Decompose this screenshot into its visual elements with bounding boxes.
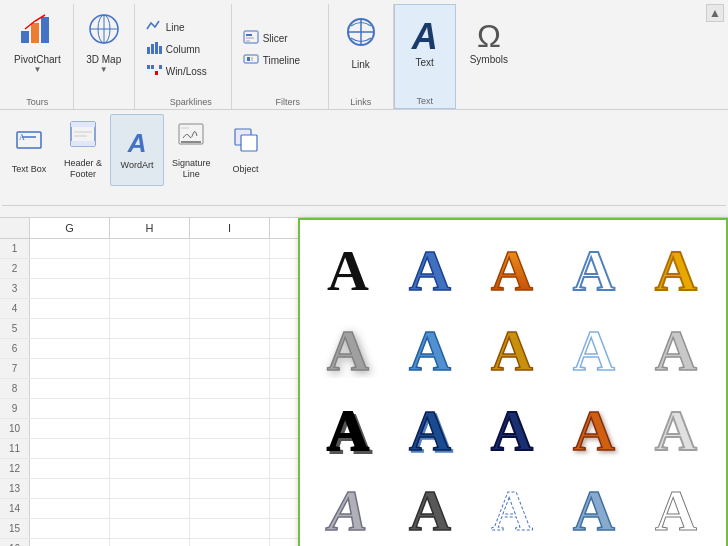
cell-i1[interactable] bbox=[190, 239, 270, 258]
svg-rect-20 bbox=[247, 57, 250, 61]
textbox-button[interactable]: A Text Box bbox=[2, 114, 56, 186]
cell-h5[interactable] bbox=[110, 319, 190, 338]
link-button[interactable]: Link bbox=[337, 6, 385, 78]
headerfooter-label: Header &Footer bbox=[64, 158, 102, 180]
cell-i13[interactable] bbox=[190, 479, 270, 498]
wordart-style-item[interactable]: A bbox=[312, 312, 384, 384]
wordart-style-item[interactable]: A bbox=[394, 472, 466, 544]
cell-h15[interactable] bbox=[110, 519, 190, 538]
cell-h9[interactable] bbox=[110, 399, 190, 418]
cell-i14[interactable] bbox=[190, 499, 270, 518]
cell-g13[interactable] bbox=[30, 479, 110, 498]
cell-i15[interactable] bbox=[190, 519, 270, 538]
cell-g8[interactable] bbox=[30, 379, 110, 398]
wordart-style-item[interactable]: A bbox=[558, 472, 630, 544]
cell-i9[interactable] bbox=[190, 399, 270, 418]
pivotchart-chevron: ▼ bbox=[33, 65, 41, 74]
cell-g9[interactable] bbox=[30, 399, 110, 418]
sparkline-winloss-button[interactable]: Win/Loss bbox=[143, 62, 223, 82]
svg-text:A: A bbox=[326, 478, 368, 538]
slicer-button[interactable]: Slicer bbox=[240, 29, 320, 49]
wordart-style-item[interactable]: A bbox=[312, 392, 384, 464]
svg-text:A: A bbox=[409, 318, 451, 378]
cell-g6[interactable] bbox=[30, 339, 110, 358]
cell-i12[interactable] bbox=[190, 459, 270, 478]
timeline-button[interactable]: Timeline bbox=[240, 51, 320, 71]
cell-g14[interactable] bbox=[30, 499, 110, 518]
cell-i3[interactable] bbox=[190, 279, 270, 298]
cell-i16[interactable] bbox=[190, 539, 270, 546]
cell-h14[interactable] bbox=[110, 499, 190, 518]
wordart-panel: A A A A A A A A A A A A A A A bbox=[298, 218, 728, 546]
cell-g12[interactable] bbox=[30, 459, 110, 478]
3dmap-icon bbox=[86, 11, 122, 52]
row-number: 15 bbox=[0, 519, 30, 538]
cell-h12[interactable] bbox=[110, 459, 190, 478]
row-number: 13 bbox=[0, 479, 30, 498]
object-button[interactable]: Object bbox=[219, 114, 273, 186]
cell-h11[interactable] bbox=[110, 439, 190, 458]
cell-g11[interactable] bbox=[30, 439, 110, 458]
headerfooter-button[interactable]: Header &Footer bbox=[56, 114, 110, 186]
svg-rect-9 bbox=[155, 42, 158, 54]
sparkline-line-button[interactable]: Line bbox=[143, 18, 223, 38]
cell-i10[interactable] bbox=[190, 419, 270, 438]
wordart-style-item[interactable]: A bbox=[394, 392, 466, 464]
signature-icon bbox=[177, 120, 205, 154]
text-button[interactable]: A Text bbox=[403, 7, 447, 79]
wordart-style-item[interactable]: A bbox=[640, 472, 712, 544]
cell-g1[interactable] bbox=[30, 239, 110, 258]
cell-i6[interactable] bbox=[190, 339, 270, 358]
wordart-style-item[interactable]: A bbox=[476, 312, 548, 384]
wordart-style-item[interactable]: A bbox=[394, 232, 466, 304]
cell-h13[interactable] bbox=[110, 479, 190, 498]
wordart-style-item[interactable]: A bbox=[558, 312, 630, 384]
cell-g3[interactable] bbox=[30, 279, 110, 298]
wordart-style-item[interactable]: A bbox=[558, 392, 630, 464]
wordart-style-item[interactable]: A bbox=[476, 232, 548, 304]
cell-h6[interactable] bbox=[110, 339, 190, 358]
cell-h2[interactable] bbox=[110, 259, 190, 278]
wordart-style-item[interactable]: A bbox=[558, 232, 630, 304]
cell-h4[interactable] bbox=[110, 299, 190, 318]
symbols-label: Symbols bbox=[470, 54, 508, 65]
cell-h3[interactable] bbox=[110, 279, 190, 298]
cell-g15[interactable] bbox=[30, 519, 110, 538]
cell-i8[interactable] bbox=[190, 379, 270, 398]
cell-g2[interactable] bbox=[30, 259, 110, 278]
symbols-button[interactable]: Ω Symbols bbox=[464, 6, 514, 78]
cell-h10[interactable] bbox=[110, 419, 190, 438]
cell-i5[interactable] bbox=[190, 319, 270, 338]
cell-g4[interactable] bbox=[30, 299, 110, 318]
wordart-button[interactable]: A WordArt bbox=[110, 114, 164, 186]
wordart-style-item[interactable]: A bbox=[640, 392, 712, 464]
cell-g5[interactable] bbox=[30, 319, 110, 338]
wordart-style-item[interactable]: A bbox=[312, 232, 384, 304]
svg-rect-29 bbox=[71, 122, 95, 127]
cell-h7[interactable] bbox=[110, 359, 190, 378]
cell-g16[interactable] bbox=[30, 539, 110, 546]
3dmap-button[interactable]: 3D Map ▼ bbox=[80, 6, 128, 78]
cell-h16[interactable] bbox=[110, 539, 190, 546]
svg-rect-7 bbox=[147, 47, 150, 54]
cell-h1[interactable] bbox=[110, 239, 190, 258]
ribbon-collapse-button[interactable]: ▲ bbox=[706, 4, 724, 22]
wordart-style-item[interactable]: A bbox=[476, 472, 548, 544]
sparkline-column-button[interactable]: Column bbox=[143, 40, 223, 60]
wordart-style-item[interactable]: A bbox=[394, 312, 466, 384]
wordart-style-item[interactable]: A bbox=[640, 232, 712, 304]
timeline-label: Timeline bbox=[263, 55, 300, 66]
wordart-style-item[interactable]: A bbox=[640, 312, 712, 384]
signature-button[interactable]: SignatureLine bbox=[164, 114, 219, 186]
cell-i2[interactable] bbox=[190, 259, 270, 278]
pivotchart-button[interactable]: PivotChart ▼ bbox=[8, 6, 67, 78]
cell-i7[interactable] bbox=[190, 359, 270, 378]
cell-g7[interactable] bbox=[30, 359, 110, 378]
wordart-style-item[interactable]: A bbox=[312, 472, 384, 544]
cell-i4[interactable] bbox=[190, 299, 270, 318]
svg-rect-33 bbox=[179, 124, 203, 144]
wordart-style-item[interactable]: A bbox=[476, 392, 548, 464]
cell-i11[interactable] bbox=[190, 439, 270, 458]
cell-h8[interactable] bbox=[110, 379, 190, 398]
cell-g10[interactable] bbox=[30, 419, 110, 438]
